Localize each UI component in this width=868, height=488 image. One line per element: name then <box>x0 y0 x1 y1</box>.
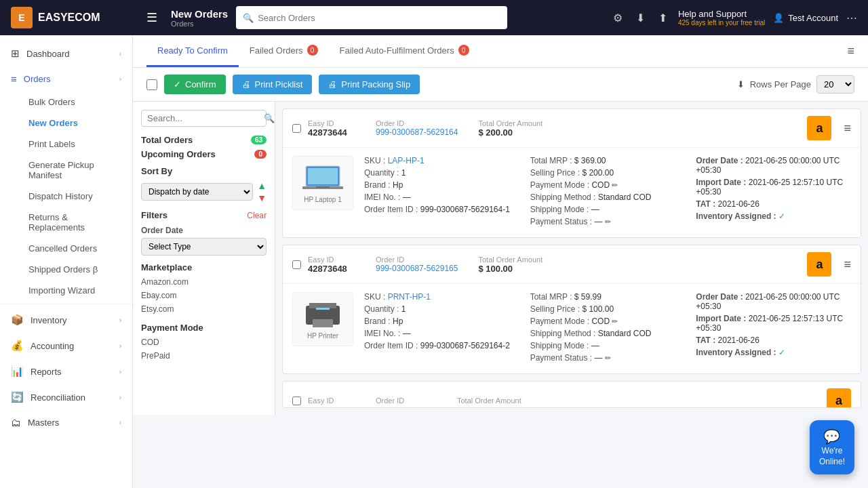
inventory-assigned-meta-1: Inventory Assigned : ✓ <box>696 348 851 357</box>
reports-icon: 📊 <box>11 365 24 378</box>
help-support-label: Help and Support <box>678 9 747 19</box>
dashboard-icon: ⊞ <box>11 47 20 60</box>
sidebar-item-reports[interactable]: 📊 Reports › <box>0 359 132 384</box>
order-menu-button-1[interactable]: ≡ <box>844 258 851 272</box>
pay-status-val-0: — <box>594 217 602 226</box>
sidebar-divider <box>0 304 132 304</box>
order-marketplace-2: a <box>827 388 851 408</box>
mrp-key-1: Total MRP : <box>530 292 572 302</box>
account-button[interactable]: 👤 Test Account <box>773 13 838 23</box>
total-label-2: Total Order Amount <box>457 396 521 405</box>
sku-key-1: SKU : <box>364 292 385 302</box>
download-icon-button[interactable]: ⬇ <box>633 9 648 27</box>
payment-cod[interactable]: COD <box>141 336 267 349</box>
select-all-checkbox[interactable] <box>146 79 157 90</box>
sidebar-item-orders[interactable]: ≡ Orders › <box>0 66 132 92</box>
sidebar-item-accounting[interactable]: 💰 Accounting › <box>0 333 132 359</box>
edit-payment-status-0[interactable]: ✏ <box>605 218 611 226</box>
order-item-row-0: Order Item ID : 999-0300687-5629164-1 <box>364 205 519 214</box>
rows-per-page-select[interactable]: 20 50 100 <box>816 75 854 94</box>
marketplace-ebay[interactable]: Ebay.com <box>141 289 267 302</box>
inventory-icon: 📦 <box>11 314 24 326</box>
tab-failed-orders[interactable]: Failed Orders 0 <box>239 35 329 67</box>
order-pricing-1: Total MRP : $ 59.99 Selling Price : $ 10… <box>530 292 686 365</box>
sidebar-item-inventory[interactable]: 📦 Inventory › <box>0 307 132 333</box>
upcoming-orders-section[interactable]: Upcoming Orders 0 <box>141 149 267 159</box>
settings-icon-button[interactable]: ⚙ <box>610 9 625 27</box>
mrp-val-1: $ 59.99 <box>574 292 601 302</box>
sidebar: ⊞ Dashboard › ≡ Orders › Bulk Orders New… <box>0 35 133 488</box>
sku-val-0[interactable]: LAP-HP-1 <box>388 156 425 165</box>
sku-val-1[interactable]: PRNT-HP-1 <box>388 292 431 302</box>
sidebar-item-reconciliation[interactable]: 🔄 Reconciliation › <box>0 384 132 410</box>
sidebar-sub-item-cancelled-orders[interactable]: Cancelled Orders <box>0 238 132 259</box>
order-id-value-1[interactable]: 999-0300687-5629165 <box>376 264 458 273</box>
order-checkbox-1[interactable] <box>292 260 301 269</box>
masters-icon: 🗂 <box>11 417 21 428</box>
svg-rect-5 <box>309 303 336 308</box>
svg-rect-7 <box>316 308 330 310</box>
inv-assigned-val-0: ✓ <box>778 211 785 221</box>
sort-desc-button[interactable]: ▼ <box>257 192 267 203</box>
edit-payment-mode-0[interactable]: ✏ <box>612 181 618 190</box>
order-total-2: Total Order Amount <box>457 396 521 405</box>
rows-per-page-icon: ⬇ <box>737 79 745 89</box>
sidebar-item-masters[interactable]: 🗂 Masters › <box>0 410 132 435</box>
search-input[interactable] <box>258 13 500 23</box>
order-checkbox-0[interactable] <box>292 124 301 133</box>
marketplace-amazon[interactable]: Amazon.com <box>141 275 267 289</box>
pay-mode-val-0: COD <box>591 180 610 190</box>
edit-payment-status-1[interactable]: ✏ <box>605 354 611 363</box>
chat-label2: Online! <box>819 457 845 466</box>
help-support-button[interactable]: Help and Support 425 days left in your f… <box>678 9 765 26</box>
pay-status-val-1: — <box>594 353 602 363</box>
order-date-select[interactable]: Select Type <box>141 238 267 256</box>
order-menu-button-0[interactable]: ≡ <box>844 121 851 136</box>
order-easy-id-block-2: Easy ID <box>308 396 369 405</box>
chat-widget[interactable]: 💬 We're Online! <box>810 420 854 474</box>
sidebar-sub-item-generate-pickup[interactable]: Generate Pickup Manifest <box>0 155 132 186</box>
brand-row-1: Brand : Hp <box>364 317 519 326</box>
pay-status-key-0: Payment Status : <box>530 217 592 226</box>
sidebar-item-dashboard[interactable]: ⊞ Dashboard › <box>0 41 132 66</box>
print-packing-button[interactable]: 🖨 Print Packing Slip <box>319 75 420 94</box>
marketplace-etsy[interactable]: Etsy.com <box>141 302 267 316</box>
sidebar-sub-item-shipped-orders[interactable]: Shipped Orders β <box>0 259 132 280</box>
svg-rect-1 <box>308 168 338 184</box>
sidebar-sub-item-bulk-orders[interactable]: Bulk Orders <box>0 92 132 113</box>
ship-method-row-0: Shipping Method : Standard COD <box>530 192 686 202</box>
sort-select[interactable]: Dispatch by date <box>141 183 253 201</box>
sell-key-1: Selling Price : <box>530 304 580 314</box>
sidebar-sub-item-new-orders[interactable]: New Orders <box>0 113 132 134</box>
imei-row-0: IMEI No. : — <box>364 192 519 202</box>
sort-asc-button[interactable]: ▲ <box>257 180 267 191</box>
order-checkbox-2[interactable] <box>292 396 301 405</box>
sidebar-sub-item-dispatch-history[interactable]: Dispatch History <box>0 186 132 207</box>
order-meta-1: Order Date : 2021-06-25 00:00:00 UTC +05… <box>696 292 851 365</box>
order-date-key-1: Order Date : <box>696 292 743 302</box>
tab-failed-auto[interactable]: Failed Auto-Fulfilment Orders 0 <box>329 35 480 67</box>
hamburger-button[interactable]: ☰ <box>141 7 163 28</box>
tab-ready-to-confirm[interactable]: Ready To Confirm <box>146 36 239 67</box>
sidebar-sub-item-importing-wizard[interactable]: Importing Wizard <box>0 280 132 301</box>
order-marketplace-1: a <box>807 252 831 277</box>
upload-icon-button[interactable]: ⬆ <box>656 9 670 27</box>
imei-val-1: — <box>403 329 411 338</box>
sidebar-sub-item-returns[interactable]: Returns & Replacements <box>0 207 132 238</box>
sidebar-sub-item-print-labels[interactable]: Print Labels <box>0 134 132 155</box>
more-options-button[interactable]: ⋯ <box>846 12 857 24</box>
order-id-value-0[interactable]: 999-0300687-5629164 <box>376 127 458 137</box>
ship-mode-key-1: Shipping Mode : <box>530 341 589 350</box>
print-picklist-button[interactable]: 🖨 Print Picklist <box>233 75 313 94</box>
payment-prepaid[interactable]: PrePaid <box>141 349 267 363</box>
ship-mode-row-1: Shipping Mode : — <box>530 341 686 350</box>
clear-filters-button[interactable]: Clear <box>247 211 267 220</box>
edit-payment-mode-1[interactable]: ✏ <box>612 317 618 326</box>
tabs-menu-button[interactable]: ≡ <box>847 44 854 58</box>
order-search-input[interactable] <box>147 113 261 123</box>
pay-mode-val-1: COD <box>591 317 610 326</box>
more-icon: ⋯ <box>846 12 857 24</box>
confirm-button[interactable]: ✓ Confirm <box>164 75 226 94</box>
chevron-right-icon: › <box>119 394 121 401</box>
order-card-1: Easy ID 42873648 Order ID 999-0300687-56… <box>282 245 861 374</box>
